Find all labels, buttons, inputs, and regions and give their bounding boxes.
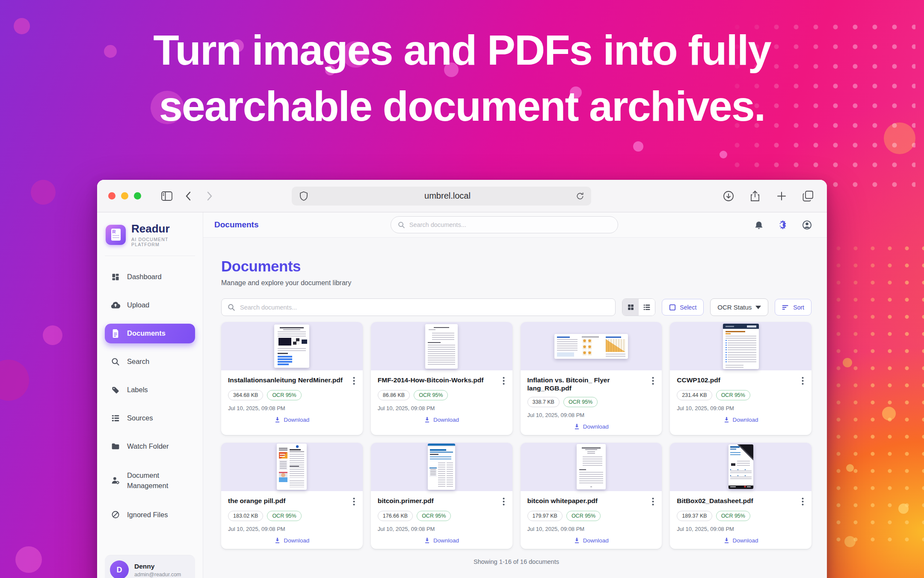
document-card[interactable]: Inflation vs. Bitcoin_ Flyer lang_RGB.pd… (521, 322, 662, 435)
download-link[interactable]: Download (677, 537, 805, 544)
share-icon[interactable] (747, 188, 763, 204)
document-thumbnail[interactable] (521, 443, 662, 491)
sidebar-item-upload[interactable]: Upload (105, 295, 195, 315)
ocr-status-badge: OCR 95% (716, 511, 750, 521)
more-options-button[interactable] (651, 376, 655, 386)
sidebar-item-search[interactable]: Search (105, 352, 195, 372)
global-search-input[interactable] (409, 221, 611, 228)
download-icon (424, 417, 430, 423)
sidebar: Readur AI DOCUMENT PLATFORM Dashboard Up… (97, 212, 203, 578)
minimize-window-button[interactable] (121, 192, 128, 200)
sidebar-toggle-icon[interactable] (159, 188, 175, 204)
more-options-button[interactable] (651, 497, 655, 506)
download-link[interactable]: Download (228, 417, 356, 423)
sort-button[interactable]: Sort (775, 299, 811, 316)
more-options-button[interactable] (801, 497, 805, 506)
checkbox-icon (669, 304, 676, 311)
close-window-button[interactable] (108, 192, 116, 200)
list-view-button[interactable] (639, 299, 655, 316)
document-thumbnail[interactable] (371, 443, 512, 491)
reload-icon[interactable] (576, 192, 584, 200)
document-title: Inflation vs. Bitcoin_ Flyer lang_RGB.pd… (527, 376, 648, 393)
grid-view-button[interactable] (622, 299, 639, 316)
more-options-button[interactable] (352, 497, 356, 506)
document-thumbnail[interactable] (371, 322, 512, 370)
zoom-window-button[interactable] (134, 192, 141, 200)
tab-overview-icon[interactable] (800, 188, 816, 204)
download-icon (574, 423, 580, 430)
sidebar-nav: Dashboard Upload Documents (105, 267, 195, 525)
file-size-badge: 231.44 KB (677, 390, 712, 400)
breadcrumb[interactable]: Documents (214, 220, 258, 229)
document-title: FMF-2014-How-Bitcoin-Works.pdf (378, 376, 484, 384)
download-link[interactable]: Download (378, 537, 506, 544)
documents-toolbar: Select OCR Status Sort (221, 298, 811, 316)
search-icon (228, 304, 235, 311)
account-button[interactable] (798, 216, 816, 234)
document-title: bitcoin whitepaper.pdf (527, 497, 598, 505)
document-thumbnail[interactable] (670, 322, 811, 370)
file-size-badge: 179.97 KB (527, 511, 563, 521)
download-link[interactable]: Download (527, 537, 655, 544)
results-summary: Showing 1-16 of 16 documents (221, 558, 811, 565)
main-panel: Documents (203, 212, 827, 578)
avatar: D (110, 560, 129, 578)
global-search[interactable] (391, 216, 618, 233)
app-root: Readur AI DOCUMENT PLATFORM Dashboard Up… (97, 212, 827, 578)
forward-icon[interactable] (202, 188, 217, 204)
more-options-button[interactable] (502, 497, 506, 506)
download-link[interactable]: Download (677, 417, 805, 423)
download-icon (723, 417, 730, 423)
document-card[interactable]: the orange pill.pdf 183.02 KB OCR 95% Ju… (221, 443, 363, 549)
address-bar[interactable]: umbrel.local (292, 187, 591, 206)
select-button[interactable]: Select (662, 299, 704, 316)
sidebar-item-labels[interactable]: Labels (105, 380, 195, 400)
url-text[interactable]: umbrel.local (319, 191, 576, 201)
sidebar-item-dashboard[interactable]: Dashboard (105, 267, 195, 287)
document-card[interactable]: Installationsanleitung NerdMiner.pdf 364… (221, 322, 363, 435)
download-icon (424, 537, 430, 544)
sidebar-item-label: Upload (127, 301, 149, 309)
ocr-status-badge: OCR 95% (414, 390, 448, 400)
document-card[interactable]: bitcoin.primer.pdf 176.66 KB OCR 95% Jul… (371, 443, 512, 549)
privacy-shield-icon[interactable] (299, 188, 309, 204)
more-options-button[interactable] (801, 376, 805, 386)
hero-line-2: searchable document archives. (0, 78, 924, 134)
document-thumbnail[interactable] (221, 322, 363, 370)
sidebar-item-watch-folder[interactable]: Watch Folder (105, 437, 195, 456)
sidebar-item-label: Document Management (127, 470, 189, 492)
new-tab-icon[interactable] (774, 188, 789, 204)
document-title: BitBox02_Datasheet.pdf (677, 497, 753, 505)
more-options-button[interactable] (352, 376, 356, 386)
file-size-badge: 338.7 KB (527, 397, 560, 407)
sidebar-item-ignored-files[interactable]: Ignored Files (105, 505, 195, 524)
documents-search[interactable] (221, 298, 616, 316)
more-options-button[interactable] (502, 376, 506, 386)
document-card[interactable]: BitBox02_Datasheet.pdf 189.37 KB OCR 95%… (670, 443, 811, 549)
browser-toolbar-actions (721, 188, 816, 204)
user-card[interactable]: D Denny admin@readur.com (105, 555, 195, 578)
document-thumbnail[interactable] (521, 322, 662, 370)
sidebar-item-document-management[interactable]: Document Management (105, 465, 195, 497)
notifications-button[interactable] (750, 216, 768, 234)
download-link[interactable]: Download (527, 423, 655, 430)
document-date: Jul 10, 2025, 09:08 PM (378, 405, 506, 411)
downloads-icon[interactable] (721, 188, 736, 204)
download-link[interactable]: Download (228, 537, 356, 544)
document-thumbnail[interactable] (221, 443, 363, 491)
document-thumbnail[interactable] (670, 443, 811, 491)
document-card[interactable]: CCWP102.pdf 231.44 KB OCR 95% Jul 10, 20… (670, 322, 811, 435)
sidebar-item-label: Dashboard (127, 273, 162, 281)
file-size-badge: 183.02 KB (228, 511, 263, 521)
download-link[interactable]: Download (378, 417, 506, 423)
chevron-down-icon (755, 305, 761, 309)
back-icon[interactable] (181, 188, 196, 204)
documents-search-input[interactable] (240, 304, 609, 311)
document-card[interactable]: bitcoin whitepaper.pdf 179.97 KB OCR 95%… (521, 443, 662, 549)
ocr-status-dropdown[interactable]: OCR Status (710, 298, 768, 316)
sidebar-item-sources[interactable]: Sources (105, 408, 195, 428)
topbar: Documents (203, 212, 827, 238)
sidebar-item-documents[interactable]: Documents (105, 324, 195, 343)
document-card[interactable]: FMF-2014-How-Bitcoin-Works.pdf 86.86 KB … (371, 322, 512, 435)
theme-toggle-button[interactable] (774, 216, 792, 234)
